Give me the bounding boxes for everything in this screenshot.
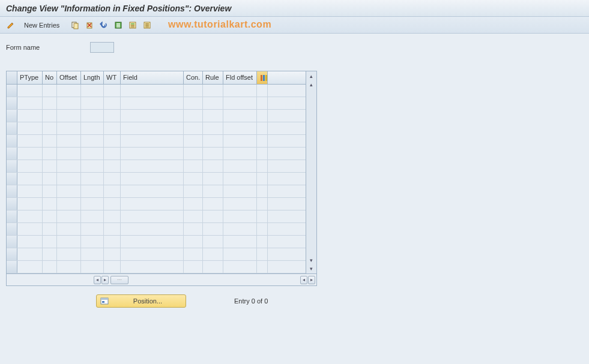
cell[interactable] — [121, 97, 184, 109]
cell[interactable] — [17, 248, 43, 260]
cell[interactable] — [121, 122, 184, 134]
cell[interactable] — [57, 110, 81, 122]
cell[interactable] — [57, 248, 81, 260]
cell[interactable] — [104, 198, 121, 210]
table-row[interactable] — [7, 122, 306, 135]
hscroll-thumb[interactable]: ⋯ — [110, 276, 128, 284]
row-selector[interactable] — [7, 97, 17, 109]
select-block-icon[interactable] — [127, 19, 139, 31]
hscroll-end-left-icon[interactable]: ◂ — [300, 276, 307, 284]
cell[interactable] — [81, 185, 104, 197]
cell[interactable] — [203, 210, 223, 222]
cell[interactable] — [104, 148, 121, 160]
cell[interactable] — [203, 173, 223, 185]
cell[interactable] — [223, 223, 257, 235]
cell[interactable] — [57, 236, 81, 248]
cell[interactable] — [257, 122, 268, 134]
cell[interactable] — [121, 135, 184, 147]
cell[interactable] — [203, 110, 223, 122]
cell[interactable] — [43, 261, 57, 273]
cell[interactable] — [223, 135, 257, 147]
cell[interactable] — [121, 248, 184, 260]
cell[interactable] — [57, 160, 81, 172]
cell[interactable] — [203, 122, 223, 134]
cell[interactable] — [223, 122, 257, 134]
cell[interactable] — [104, 135, 121, 147]
cell[interactable] — [203, 135, 223, 147]
row-selector[interactable] — [7, 85, 17, 97]
scroll-down-icon[interactable]: ▾ — [308, 265, 315, 272]
cell[interactable] — [257, 97, 268, 109]
cell[interactable] — [223, 148, 257, 160]
cell[interactable] — [17, 148, 43, 160]
cell[interactable] — [121, 173, 184, 185]
cell[interactable] — [203, 236, 223, 248]
row-selector[interactable] — [7, 135, 17, 147]
table-row[interactable] — [7, 261, 306, 273]
cell[interactable] — [184, 210, 203, 222]
cell[interactable] — [203, 248, 223, 260]
cell[interactable] — [43, 110, 57, 122]
cell[interactable] — [257, 173, 268, 185]
cell[interactable] — [223, 85, 257, 97]
table-row[interactable] — [7, 210, 306, 223]
cell[interactable] — [43, 223, 57, 235]
position-button[interactable]: Position... — [96, 294, 186, 308]
cell[interactable] — [121, 236, 184, 248]
header-con[interactable]: Con. — [184, 71, 203, 84]
form-name-input[interactable] — [90, 42, 114, 53]
cell[interactable] — [17, 223, 43, 235]
cell[interactable] — [57, 210, 81, 222]
cell[interactable] — [104, 210, 121, 222]
row-selector[interactable] — [7, 248, 17, 260]
cell[interactable] — [184, 135, 203, 147]
table-row[interactable] — [7, 135, 306, 148]
cell[interactable] — [184, 97, 203, 109]
cell[interactable] — [43, 173, 57, 185]
cell[interactable] — [57, 223, 81, 235]
cell[interactable] — [184, 236, 203, 248]
header-selector[interactable] — [7, 71, 17, 84]
table-row[interactable] — [7, 223, 306, 236]
cell[interactable] — [121, 185, 184, 197]
table-row[interactable] — [7, 198, 306, 210]
cell[interactable] — [184, 248, 203, 260]
cell[interactable] — [184, 110, 203, 122]
cell[interactable] — [257, 210, 268, 222]
cell[interactable] — [257, 135, 268, 147]
cell[interactable] — [104, 97, 121, 109]
row-selector[interactable] — [7, 236, 17, 248]
header-no[interactable]: No — [43, 71, 57, 84]
cell[interactable] — [17, 160, 43, 172]
cell[interactable] — [104, 248, 121, 260]
cell[interactable] — [57, 198, 81, 210]
cell[interactable] — [81, 85, 104, 97]
row-selector[interactable] — [7, 261, 17, 273]
cell[interactable] — [17, 198, 43, 210]
cell[interactable] — [223, 236, 257, 248]
cell[interactable] — [203, 261, 223, 273]
cell[interactable] — [223, 248, 257, 260]
cell[interactable] — [121, 110, 184, 122]
cell[interactable] — [223, 185, 257, 197]
hscroll-left-icon[interactable]: ◂ — [94, 276, 101, 284]
cell[interactable] — [104, 261, 121, 273]
cell[interactable] — [184, 198, 203, 210]
cell[interactable] — [43, 85, 57, 97]
cell[interactable] — [104, 236, 121, 248]
row-selector[interactable] — [7, 160, 17, 172]
cell[interactable] — [57, 135, 81, 147]
cell[interactable] — [81, 148, 104, 160]
cell[interactable] — [57, 122, 81, 134]
hscroll-end-right-icon[interactable]: ▸ — [308, 276, 315, 284]
cell[interactable] — [43, 148, 57, 160]
cell[interactable] — [57, 97, 81, 109]
cell[interactable] — [81, 173, 104, 185]
cell[interactable] — [81, 198, 104, 210]
new-entries-button[interactable]: New Entries — [19, 20, 64, 30]
cell[interactable] — [17, 85, 43, 97]
header-rule[interactable]: Rule — [203, 71, 223, 84]
cell[interactable] — [184, 185, 203, 197]
cell[interactable] — [81, 160, 104, 172]
delete-icon[interactable] — [83, 19, 95, 31]
